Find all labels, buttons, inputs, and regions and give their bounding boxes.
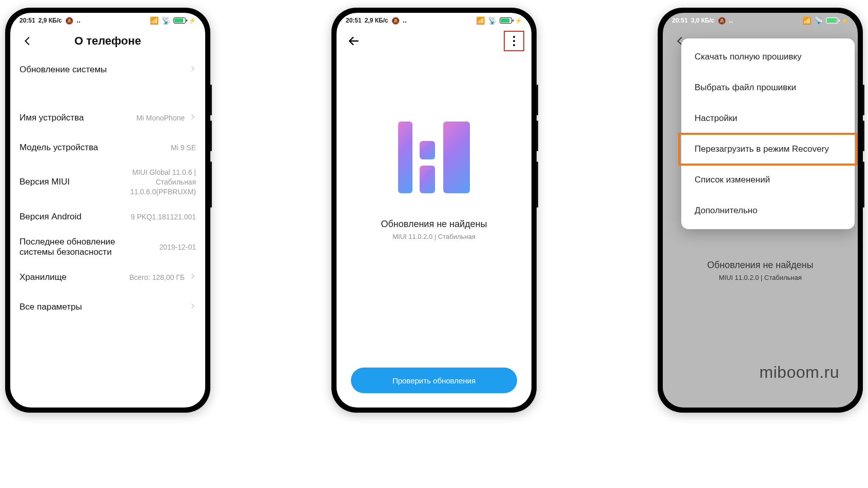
check-updates-button[interactable]: Проверить обновления xyxy=(351,368,517,393)
charging-icon xyxy=(515,17,522,24)
menu-download-full-firmware[interactable]: Скачать полную прошивку xyxy=(681,42,855,72)
menu-reboot-recovery[interactable]: Перезагрузить в режим Recovery xyxy=(678,133,858,166)
three-phone-stage: 20:51 2,9 КБ/с 🔕 ‥ 📶 📡 О телефоне xyxy=(0,0,868,488)
charging-icon xyxy=(841,17,849,24)
row-model[interactable]: Модель устройства Mi 9 SE xyxy=(19,133,196,162)
signal-icon: 📶 xyxy=(150,16,159,25)
update-status-sub: MIUI 11.0.2.0 | Стабильная xyxy=(719,274,802,281)
update-status-title: Обновления не найдены xyxy=(707,260,813,271)
row-all-params[interactable]: Все параметры xyxy=(19,292,196,322)
phone-frame-3: 20:51 3,0 КБ/с 🔕 ‥ 📶 📡 Скачать xyxy=(658,8,863,413)
wifi-icon: 📡 xyxy=(162,16,170,25)
phone-frame-1: 20:51 2,9 КБ/с 🔕 ‥ 📶 📡 О телефоне xyxy=(5,8,210,413)
chevron-right-icon xyxy=(189,302,196,312)
update-content: Обновления не найдены MIUI 11.0.2.0 | Ст… xyxy=(337,121,531,240)
phone-frame-2: 20:51 2,9 КБ/с 🔕 ‥ 📶 📡 xyxy=(331,8,537,413)
row-label: Имя устройства xyxy=(19,113,84,123)
page-title: О телефоне xyxy=(10,34,205,48)
mute-icon: 🔕 xyxy=(718,17,726,25)
battery-icon xyxy=(500,17,512,24)
status-bar: 20:51 2,9 КБ/с 🔕 ‥ 📶 📡 xyxy=(337,13,531,27)
back-button[interactable] xyxy=(344,31,364,51)
row-label: Модель устройства xyxy=(19,143,98,153)
back-button[interactable] xyxy=(17,31,38,51)
overflow-menu: Скачать полную прошивку Выбрать файл про… xyxy=(681,38,855,229)
charging-icon xyxy=(189,17,196,24)
status-bar: 20:51 3,0 КБ/с 🔕 ‥ 📶 📡 xyxy=(663,13,858,27)
row-label: Хранилище xyxy=(19,272,67,282)
row-miui-version[interactable]: Версия MIUI MIUI Global 11.0.6 | Стабиль… xyxy=(19,162,196,202)
row-system-update[interactable]: Обновление системы xyxy=(19,55,196,85)
update-status-sub: MIUI 11.0.2.0 | Стабильная xyxy=(392,233,476,240)
signal-icon: 📶 xyxy=(802,16,811,25)
row-value: MIUI Global 11.0.6 | Стабильная 11.0.6.0… xyxy=(130,168,196,197)
status-data-rate: 2,9 КБ/с xyxy=(38,17,62,24)
status-time: 20:51 xyxy=(19,17,35,24)
battery-icon xyxy=(826,17,838,24)
row-value: 2019-12-01 xyxy=(159,243,196,251)
menu-choose-firmware-file[interactable]: Выбрать файл прошивки xyxy=(681,72,855,103)
signal-icon: 📶 xyxy=(476,16,485,25)
row-label: Версия MIUI xyxy=(19,177,70,187)
screen-about-phone: 20:51 2,9 КБ/с 🔕 ‥ 📶 📡 О телефоне xyxy=(10,13,205,408)
chevron-right-icon xyxy=(189,65,196,74)
status-time: 20:51 xyxy=(672,17,688,24)
screen-update-menu: 20:51 3,0 КБ/с 🔕 ‥ 📶 📡 Скачать xyxy=(663,13,858,408)
row-storage[interactable]: Хранилище Всего: 128,00 ГБ xyxy=(19,262,196,292)
screen-system-update: 20:51 2,9 КБ/с 🔕 ‥ 📶 📡 xyxy=(337,13,531,408)
watermark-text: miboom.ru xyxy=(759,363,839,382)
row-security-patch[interactable]: Последнее обновление системы безопасност… xyxy=(19,232,196,262)
mute-icon: 🔕 xyxy=(65,17,73,25)
row-label: Версия Android xyxy=(19,212,82,222)
status-more-icon: ‥ xyxy=(403,17,408,24)
row-label: Последнее обновление системы безопасност… xyxy=(19,237,117,257)
topbar: О телефоне xyxy=(10,27,205,55)
update-status-title: Обновления не найдены xyxy=(381,219,487,230)
menu-changelog[interactable]: Список изменений xyxy=(681,165,855,195)
row-value: 9 PKQ1.181121.001 xyxy=(131,213,196,221)
menu-more[interactable]: Дополнительно xyxy=(681,195,855,226)
wifi-icon: 📡 xyxy=(488,16,497,25)
menu-settings[interactable]: Настройки xyxy=(681,103,855,134)
row-value: Mi MonoPhone xyxy=(136,114,185,122)
more-menu-button[interactable] xyxy=(504,31,524,51)
about-list: Обновление системы Имя устройства Mi Mon… xyxy=(10,55,205,322)
wifi-icon: 📡 xyxy=(814,16,823,25)
chevron-right-icon xyxy=(189,273,196,282)
row-label: Все параметры xyxy=(19,302,82,312)
chevron-right-icon xyxy=(189,113,196,123)
row-value: Mi 9 SE xyxy=(171,144,196,152)
mute-icon: 🔕 xyxy=(391,17,400,25)
miui11-logo xyxy=(398,121,470,193)
status-data-rate: 2,9 КБ/с xyxy=(365,17,388,24)
status-time: 20:51 xyxy=(346,17,362,24)
row-label: Обновление системы xyxy=(19,65,107,75)
topbar xyxy=(337,27,531,55)
row-android-version[interactable]: Версия Android 9 PKQ1.181121.001 xyxy=(19,202,196,232)
status-more-icon: ‥ xyxy=(76,17,82,24)
row-device-name[interactable]: Имя устройства Mi MonoPhone xyxy=(19,103,196,133)
status-bar: 20:51 2,9 КБ/с 🔕 ‥ 📶 📡 xyxy=(10,13,205,27)
battery-icon xyxy=(173,17,186,24)
row-value: Всего: 128,00 ГБ xyxy=(129,273,185,281)
update-content-dimmed: Обновления не найдены MIUI 11.0.2.0 | Ст… xyxy=(663,234,858,281)
status-more-icon: ‥ xyxy=(729,17,734,24)
status-data-rate: 3,0 КБ/с xyxy=(691,17,715,24)
